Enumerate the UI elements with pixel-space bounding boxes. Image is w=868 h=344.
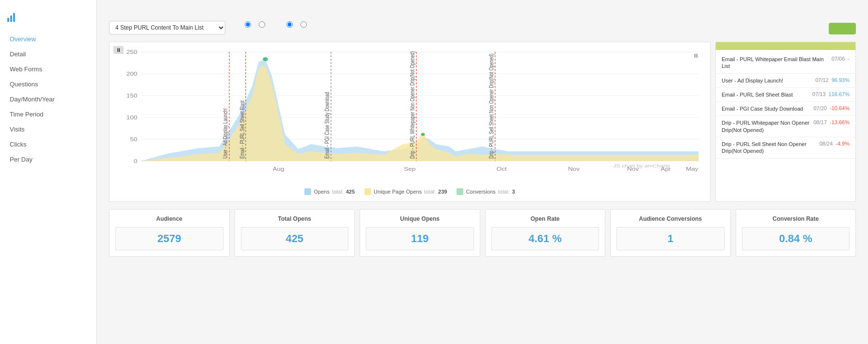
legend-color-box <box>304 188 311 195</box>
svg-text:Sep: Sep <box>404 166 416 172</box>
event-item: Email - PURL Sell Sheet Blast 07/13 116.… <box>716 88 855 102</box>
legend-total-label: total: <box>332 189 344 195</box>
event-change: - <box>848 56 850 62</box>
svg-text:Aug: Aug <box>273 166 284 172</box>
sidebar-item-questions[interactable]: Questions <box>0 77 96 92</box>
event-name: Drip - PURL Whitepaper Non Opener Drip(N… <box>722 119 809 133</box>
campaign-events-header <box>716 42 855 50</box>
event-date: 07/20 <box>813 105 827 111</box>
sidebar-item-timeperiod[interactable]: Time Period <box>0 107 96 122</box>
svg-text:Email - PGI Case Study Downloa: Email - PGI Case Study Download <box>324 92 331 159</box>
chart-pause-button[interactable]: ⏸ <box>113 46 124 54</box>
svg-text:150: 150 <box>126 93 138 99</box>
svg-text:Oct: Oct <box>497 166 507 172</box>
legend-total: 425 <box>346 189 355 195</box>
sidebar-item-overview[interactable]: Overview <box>0 32 96 47</box>
stat-label: Unique Opens <box>366 215 474 222</box>
event-change: -10.64% <box>830 105 850 111</box>
svg-point-25 <box>421 133 425 136</box>
svg-text:JS chart by amCharts: JS chart by amCharts <box>613 164 670 168</box>
event-name: User - Ad Display Launch! <box>722 77 811 84</box>
chart-area: ⏸ 250 200 150 100 50 0 <box>109 42 856 202</box>
stat-card: Open Rate 4.61 % <box>485 209 606 257</box>
event-change: -13.66% <box>830 119 850 125</box>
sidebar-item-clicks[interactable]: Clicks <box>0 137 96 152</box>
event-name: Email - PURL Whitepaper Email Blast Main… <box>722 56 828 70</box>
sidebar-item-webforms[interactable]: Web Forms <box>0 62 96 77</box>
legend-label: Conversions <box>466 189 495 195</box>
segment-by-radio[interactable] <box>300 21 307 28</box>
svg-text:User - Ad Display Launch!: User - Ad Display Launch! <box>222 108 229 159</box>
event-name: Drip - PURL Sell Sheet Non Opener Drip(N… <box>722 141 816 155</box>
segment-viewall-radio[interactable] <box>286 21 293 28</box>
legend-item: Opens total: 425 <box>304 188 355 195</box>
stat-card: Audience 2579 <box>109 209 230 257</box>
legend-item: Conversions total: 3 <box>457 188 515 195</box>
event-date: 07/12 <box>815 77 829 83</box>
granularity-control <box>245 18 267 30</box>
granularity-campaign-option[interactable] <box>245 21 253 28</box>
legend-total-label: total: <box>498 189 510 195</box>
sidebar-item-perday[interactable]: Per Day <box>0 152 96 167</box>
event-item: Drip - PURL Whitepaper Non Opener Drip(N… <box>716 116 855 137</box>
event-name: Email - PGI Case Study Download <box>722 105 809 112</box>
event-name: Email - PURL Sell Sheet Blast <box>722 91 808 98</box>
stat-card: Audience Conversions 1 <box>610 209 731 257</box>
stat-label: Audience Conversions <box>616 215 725 222</box>
stat-label: Open Rate <box>491 215 600 222</box>
legend-color-box <box>364 188 371 195</box>
campaign-select[interactable]: 4 Step PURL Content To Main List <box>109 21 225 34</box>
sidebar-nav: OverviewDetailWeb FormsQuestionsDay/Mont… <box>0 32 96 167</box>
event-item: Email - PGI Case Study Download 07/20 -1… <box>716 102 855 116</box>
segment-by-option[interactable] <box>300 21 309 28</box>
svg-text:Email - PURL Sell Sheet Blast: Email - PURL Sell Sheet Blast <box>239 100 246 159</box>
svg-text:Nov: Nov <box>568 166 580 172</box>
stat-card: Total Opens 425 <box>235 209 355 257</box>
stat-label: Audience <box>115 215 223 222</box>
chart-svg: 250 200 150 100 50 0 User - Ad Display L… <box>114 47 705 183</box>
stat-label: Total Opens <box>241 215 349 222</box>
svg-text:250: 250 <box>126 49 138 55</box>
stat-value: 425 <box>241 227 349 250</box>
sidebar-logo <box>0 7 96 32</box>
granularity-radio-group <box>245 21 267 30</box>
event-change: 96.93% <box>832 77 850 83</box>
stat-value: 4.61 % <box>491 227 600 250</box>
stats-row: Audience 2579Total Opens 425Unique Opens… <box>109 209 856 257</box>
legend-color-box <box>457 188 463 195</box>
event-item: Email - PURL Whitepaper Email Blast Main… <box>716 52 855 74</box>
event-list: Email - PURL Whitepaper Email Blast Main… <box>716 50 855 161</box>
event-change: 116.67% <box>829 91 850 97</box>
granularity-campaign-radio[interactable] <box>245 21 251 28</box>
granularity-page-option[interactable] <box>259 21 267 28</box>
legend-total: 3 <box>512 189 515 195</box>
legend-item: Unique Page Opens total: 239 <box>364 188 447 195</box>
main-content: 4 Step PURL Content To Main List <box>97 0 868 344</box>
svg-text:50: 50 <box>130 137 137 143</box>
logo-icon <box>7 12 15 22</box>
svg-text:200: 200 <box>126 71 138 77</box>
svg-text:0: 0 <box>134 159 138 164</box>
campaign-control: 4 Step PURL Content To Main List <box>109 18 225 34</box>
legend-total: 239 <box>438 189 447 195</box>
stat-value: 1 <box>616 227 725 250</box>
legend-label: Unique Page Opens <box>374 189 422 195</box>
event-item: User - Ad Display Launch! 07/12 96.93% <box>716 74 855 88</box>
svg-point-24 <box>263 57 268 61</box>
sidebar-item-daymonthyear[interactable]: Day/Month/Year <box>0 92 96 107</box>
sidebar-item-visits[interactable]: Visits <box>0 122 96 137</box>
svg-text:May: May <box>686 166 698 172</box>
granularity-page-radio[interactable] <box>259 21 265 28</box>
svg-text:Drip - PURL Whitepaper Non Ope: Drip - PURL Whitepaper Non Opener Drip(N… <box>409 51 416 159</box>
controls-row: 4 Step PURL Content To Main List <box>109 18 856 34</box>
sidebar-item-detail[interactable]: Detail <box>0 47 96 62</box>
event-change: -4.9% <box>836 141 850 147</box>
segment-viewall-option[interactable] <box>286 21 295 28</box>
event-date: 08/17 <box>813 119 827 125</box>
segment-radio-group <box>286 21 309 30</box>
view-report-button[interactable] <box>829 23 856 34</box>
chart-legend: Opens total: 425 Unique Page Opens total… <box>114 188 705 195</box>
event-date: 07/13 <box>812 91 826 97</box>
event-date: 08/24 <box>820 141 833 147</box>
sidebar: OverviewDetailWeb FormsQuestionsDay/Mont… <box>0 0 97 344</box>
